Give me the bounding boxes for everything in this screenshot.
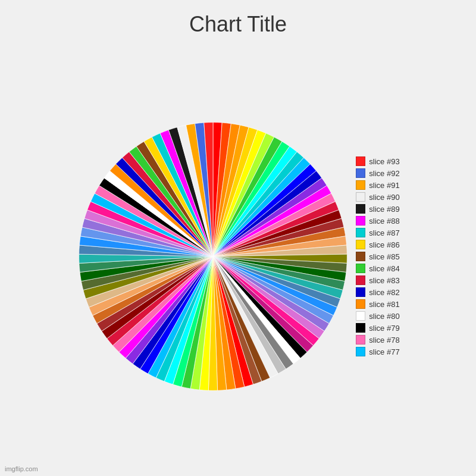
legend-color-81 [356,299,365,309]
legend-label-80: slice #80 [369,312,399,321]
legend-color-88 [356,216,365,226]
legend-label-85: slice #85 [369,252,399,261]
legend-color-82 [356,287,365,297]
legend-label-89: slice #89 [369,205,399,214]
legend-item-92: slice #92 [356,168,399,178]
legend-label-90: slice #90 [369,193,399,202]
legend-label-82: slice #82 [369,288,399,297]
chart-container: Chart Title slice #93slice #92slice #91s… [0,0,476,476]
legend-label-86: slice #86 [369,240,399,249]
legend-color-87 [356,228,365,237]
legend-color-90 [356,192,365,202]
legend-item-90: slice #90 [356,192,399,202]
legend-item-79: slice #79 [356,323,399,333]
legend-label-77: slice #77 [369,347,399,356]
legend-item-87: slice #87 [356,228,399,237]
legend-label-88: slice #88 [369,217,399,226]
legend-label-79: slice #79 [369,324,399,333]
legend-item-83: slice #83 [356,275,399,285]
legend-item-93: slice #93 [356,156,399,166]
legend-color-85 [356,252,365,261]
legend-item-78: slice #78 [356,335,399,345]
legend-color-86 [356,240,365,249]
legend-label-81: slice #81 [369,300,399,309]
legend-label-91: slice #91 [369,181,399,190]
legend-color-80 [356,311,365,321]
legend-color-92 [356,168,365,178]
legend-area: slice #93slice #92slice #91slice #90slic… [356,156,399,356]
legend-color-79 [356,323,365,333]
legend-item-86: slice #86 [356,240,399,249]
legend-color-89 [356,204,365,214]
legend-label-93: slice #93 [369,157,399,166]
legend-label-78: slice #78 [369,336,399,345]
pie-area [76,120,350,393]
chart-title: Chart Title [189,12,287,37]
legend-item-91: slice #91 [356,180,399,190]
legend-color-78 [356,335,365,345]
legend-item-85: slice #85 [356,252,399,261]
legend-label-92: slice #92 [369,169,399,178]
legend-item-77: slice #77 [356,347,399,356]
chart-body: slice #93slice #92slice #91slice #90slic… [0,43,476,476]
legend-item-80: slice #80 [356,311,399,321]
legend-item-84: slice #84 [356,264,399,273]
legend-item-89: slice #89 [356,204,399,214]
legend-color-93 [356,156,365,166]
legend-label-84: slice #84 [369,264,399,273]
legend-label-83: slice #83 [369,276,399,285]
legend-item-82: slice #82 [356,287,399,297]
legend-label-87: slice #87 [369,228,399,237]
imgflip-watermark: imgflip.com [5,465,38,472]
legend-item-81: slice #81 [356,299,399,309]
legend-item-88: slice #88 [356,216,399,226]
legend-color-77 [356,347,365,356]
legend-color-91 [356,180,365,190]
legend-color-83 [356,275,365,285]
legend-color-84 [356,264,365,273]
